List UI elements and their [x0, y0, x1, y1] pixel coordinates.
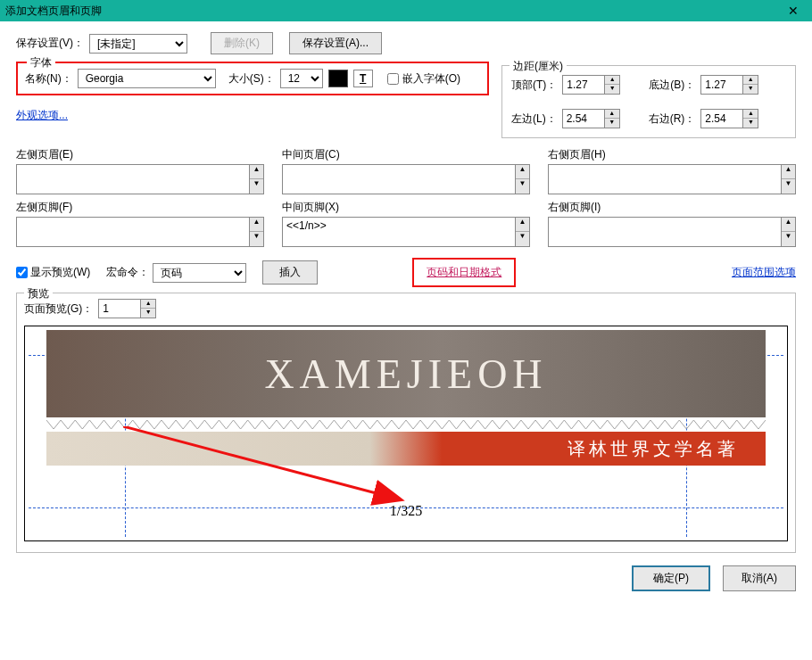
- margin-right-label: 右边(R)：: [649, 111, 696, 127]
- left-header-label: 左侧页眉(E): [16, 147, 264, 162]
- scroll-up-icon[interactable]: ▲: [516, 165, 529, 179]
- page-date-format-highlight: 页码和日期格式: [412, 258, 516, 287]
- ok-button[interactable]: 确定(P): [632, 565, 710, 591]
- scroll-down-icon[interactable]: ▼: [250, 232, 263, 246]
- right-footer-label: 右侧页脚(I): [548, 200, 796, 215]
- scroll-down-icon[interactable]: ▼: [782, 232, 795, 246]
- margin-legend: 边距(厘米): [510, 59, 567, 74]
- spin-up-icon[interactable]: ▲: [605, 110, 619, 119]
- left-footer-label: 左侧页脚(F): [16, 200, 264, 215]
- scroll-up-icon[interactable]: ▲: [782, 218, 795, 232]
- right-header-input[interactable]: [548, 164, 782, 194]
- zigzag-cut-icon: [46, 419, 766, 428]
- close-icon[interactable]: ✕: [780, 4, 807, 18]
- spin-up-icon[interactable]: ▲: [605, 76, 619, 85]
- window-title: 添加文档页眉和页脚: [5, 4, 102, 19]
- margin-top-label: 顶部(T)：: [511, 78, 557, 93]
- scroll-down-icon[interactable]: ▼: [516, 232, 529, 246]
- left-footer-input[interactable]: [16, 217, 250, 247]
- preview-chinese-text: 译林世界文学名著: [568, 437, 739, 461]
- margin-left-input[interactable]: [562, 109, 605, 128]
- margin-left-label: 左边(L)：: [511, 111, 557, 127]
- font-color-swatch[interactable]: [328, 70, 348, 87]
- font-group-highlight: 字体 名称(N)： Georgia 大小(S)： 12 T 嵌入字体(O): [16, 62, 489, 95]
- margin-right-input[interactable]: [700, 109, 743, 128]
- spin-down-icon[interactable]: ▼: [141, 309, 155, 318]
- font-name-select[interactable]: Georgia: [78, 69, 216, 88]
- macro-select[interactable]: 页码: [153, 263, 246, 283]
- scroll-up-icon[interactable]: ▲: [782, 165, 795, 179]
- font-name-label: 名称(N)：: [25, 71, 72, 87]
- save-settings-row: 保存设置(V)： [未指定] 删除(K) 保存设置(A)...: [16, 32, 796, 54]
- font-legend: 字体: [27, 55, 55, 70]
- macro-label: 宏命令：: [106, 265, 149, 280]
- appearance-options-link[interactable]: 外观选项...: [16, 109, 68, 121]
- left-header-input[interactable]: [16, 164, 250, 194]
- show-preview-checkbox[interactable]: [16, 267, 28, 278]
- save-settings-label: 保存设置(V)：: [16, 36, 84, 51]
- right-header-label: 右侧页眉(H): [548, 147, 796, 162]
- spin-down-icon[interactable]: ▼: [605, 85, 619, 94]
- embed-font-label: 嵌入字体(O): [402, 71, 460, 87]
- center-header-label: 中间页眉(C): [282, 147, 530, 162]
- spin-up-icon[interactable]: ▲: [743, 76, 758, 85]
- preview-strip: 译林世界文学名著: [46, 432, 766, 466]
- preview-banner-text: XAMEJIEOH: [264, 351, 547, 398]
- scroll-down-icon[interactable]: ▼: [516, 179, 529, 194]
- font-size-label: 大小(S)：: [228, 71, 275, 87]
- preview-group: 预览 页面预览(G)： ▲▼ XAMEJIEOH 译林世界文学名著 1/325: [16, 293, 796, 553]
- page-range-options-link[interactable]: 页面范围选项: [732, 265, 796, 280]
- center-footer-input[interactable]: <<1/n>>: [282, 217, 516, 247]
- spin-up-icon[interactable]: ▲: [141, 300, 155, 309]
- right-footer-input[interactable]: [548, 217, 782, 247]
- page-preview-label: 页面预览(G)：: [24, 301, 93, 317]
- scroll-down-icon[interactable]: ▼: [782, 179, 795, 194]
- page-date-format-link[interactable]: 页码和日期格式: [427, 266, 501, 278]
- scroll-up-icon[interactable]: ▲: [516, 218, 529, 232]
- margin-group: 边距(厘米) 顶部(T)： ▲▼ 底边(B)： ▲▼ 左边(L)： ▲▼: [501, 65, 796, 138]
- spin-up-icon[interactable]: ▲: [743, 110, 758, 119]
- spin-down-icon[interactable]: ▼: [743, 119, 758, 128]
- preview-page-number: 1/325: [25, 503, 787, 519]
- scroll-up-icon[interactable]: ▲: [250, 165, 263, 179]
- scroll-down-icon[interactable]: ▼: [250, 179, 263, 194]
- center-header-input[interactable]: [282, 164, 516, 194]
- delete-button: 删除(K): [211, 32, 273, 54]
- spin-down-icon[interactable]: ▼: [605, 119, 619, 128]
- scroll-up-icon[interactable]: ▲: [250, 218, 263, 232]
- save-settings-button[interactable]: 保存设置(A)...: [289, 32, 382, 54]
- center-footer-label: 中间页脚(X): [282, 200, 530, 215]
- underline-button[interactable]: T: [353, 70, 373, 87]
- preview-legend: 预览: [24, 286, 53, 301]
- preview-canvas: XAMEJIEOH 译林世界文学名著 1/325: [24, 326, 788, 541]
- titlebar: 添加文档页眉和页脚 ✕: [0, 0, 812, 21]
- cancel-button[interactable]: 取消(A): [723, 565, 796, 591]
- show-preview-label: 显示预览(W): [30, 265, 90, 280]
- save-settings-select[interactable]: [未指定]: [89, 34, 187, 54]
- font-size-select[interactable]: 12: [280, 69, 323, 88]
- margin-bottom-input[interactable]: [700, 75, 743, 95]
- margin-bottom-label: 底边(B)：: [649, 78, 695, 93]
- spin-down-icon[interactable]: ▼: [743, 85, 758, 94]
- insert-button[interactable]: 插入: [262, 260, 318, 285]
- preview-header-image: XAMEJIEOH: [46, 330, 766, 417]
- page-preview-input[interactable]: [98, 299, 141, 318]
- margin-top-input[interactable]: [562, 75, 605, 95]
- embed-font-checkbox[interactable]: [387, 73, 399, 85]
